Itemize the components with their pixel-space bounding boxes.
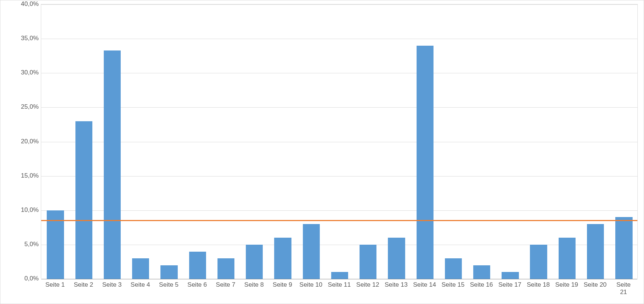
bar: [360, 245, 376, 279]
x-tick-label: Seite 7: [216, 281, 236, 289]
y-tick-label: 40,0%: [2, 0, 39, 8]
x-tick-label: Seite 17: [498, 281, 521, 289]
gridline: [41, 142, 637, 142]
y-tick-label: 10,0%: [2, 206, 39, 214]
gridline: [41, 107, 637, 108]
gridline: [41, 176, 637, 177]
x-tick-label: Seite 4: [131, 281, 150, 289]
x-tick-label: Seite 5: [159, 281, 178, 289]
x-tick-label: Seite 8: [244, 281, 264, 289]
x-axis-line: [41, 279, 637, 279]
bar: [104, 50, 121, 279]
y-tick-label: 0,0%: [2, 275, 39, 282]
x-tick-label: Seite 14: [413, 281, 436, 289]
y-tick-label: 20,0%: [2, 138, 39, 145]
bar: [132, 258, 149, 279]
bar-chart: 0,0%5,0%10,0%15,0%20,0%25,0%30,0%35,0%40…: [0, 0, 644, 304]
x-tick-label: Seite 11: [328, 281, 351, 289]
y-tick-label: 30,0%: [2, 69, 39, 76]
x-tick-label: Seite 1: [45, 281, 65, 289]
bar: [615, 217, 632, 279]
bar: [303, 224, 320, 279]
x-tick-label: Seite 3: [102, 281, 122, 289]
reference-line: [41, 220, 637, 221]
gridline: [41, 39, 637, 39]
bar: [587, 224, 604, 279]
bar: [388, 238, 405, 279]
bar: [417, 46, 434, 279]
bar: [75, 121, 92, 279]
gridline: [41, 73, 637, 73]
y-tick-label: 5,0%: [2, 241, 39, 248]
gridline: [41, 210, 637, 211]
y-tick-label: 25,0%: [2, 103, 39, 111]
bar: [189, 252, 206, 279]
x-tick-label: Seite 19: [555, 281, 578, 289]
y-tick-label: 35,0%: [2, 35, 39, 42]
bar: [331, 272, 348, 279]
bar: [445, 258, 462, 279]
bar: [217, 258, 234, 279]
x-tick-label: Seite 20: [584, 281, 606, 289]
x-tick-label: Seite 12: [356, 281, 379, 289]
bar: [274, 238, 291, 279]
x-tick-label: Seite 18: [527, 281, 549, 289]
x-tick-label: Seite 10: [300, 281, 322, 289]
y-tick-label: 15,0%: [2, 172, 39, 179]
x-tick-label: Seite 16: [470, 281, 493, 289]
x-tick-label: Seite 13: [385, 281, 407, 289]
bar: [559, 238, 576, 279]
x-tick-label: Seite 15: [442, 281, 464, 289]
x-tick-label: Seite 2: [74, 281, 93, 289]
plot-area: [41, 4, 638, 279]
bar: [160, 265, 177, 279]
x-tick-label: Seite 21: [613, 281, 634, 296]
x-tick-label: Seite 6: [187, 281, 207, 289]
bar: [246, 245, 263, 279]
x-tick-label: Seite 9: [273, 281, 292, 289]
bar: [502, 272, 519, 279]
bar: [473, 265, 490, 279]
gridline: [41, 4, 637, 5]
bar: [530, 245, 547, 279]
gridline: [41, 245, 637, 245]
